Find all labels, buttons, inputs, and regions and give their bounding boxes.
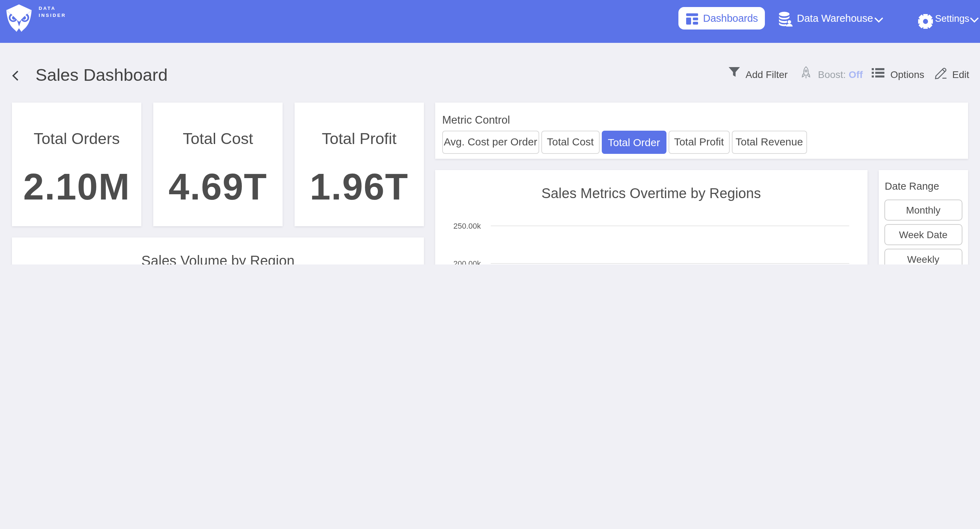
svg-text:200.00k: 200.00k — [453, 259, 481, 265]
svg-text:250.00k: 250.00k — [453, 222, 481, 230]
